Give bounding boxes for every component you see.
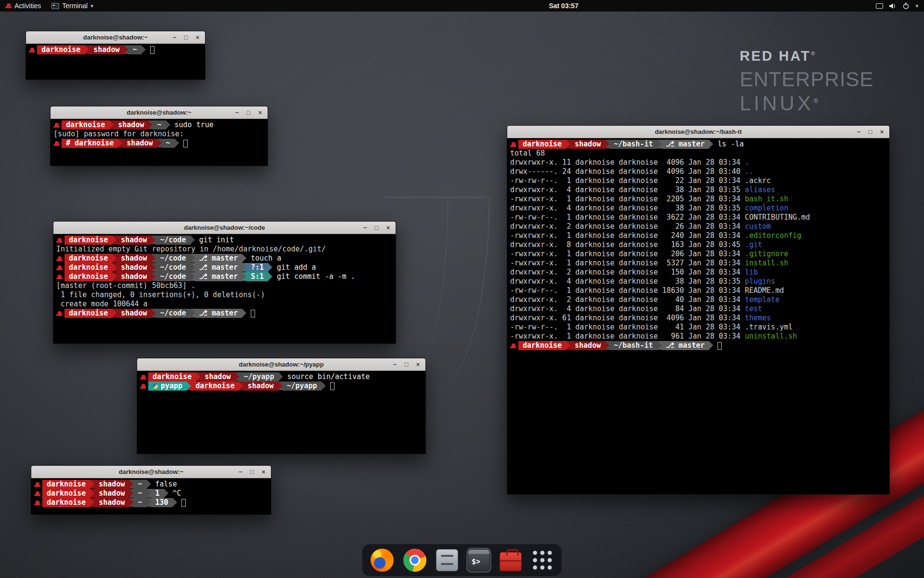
- terminal-text: bash_it.sh: [745, 195, 788, 204]
- prompt-segment: darknoise: [518, 140, 566, 149]
- maximize-button[interactable]: □: [866, 128, 874, 136]
- terminal-content[interactable]: darknoiseshadow~ sudo true[sudo] passwor…: [51, 119, 268, 166]
- window-title: darknoise@shadow:~: [31, 468, 271, 475]
- top-bar: Activities Terminal ▾ Sat 03:57 ▾: [0, 0, 924, 12]
- terminal-text: [master (root-commit) 50bcb63] .: [56, 281, 195, 290]
- close-button[interactable]: ×: [414, 360, 422, 368]
- terminal-line: -rwxrwxr-x. 1 darknoise darknoise 961 Ja…: [510, 332, 886, 341]
- window-titlebar[interactable]: darknoise@shadow:~ − □ ×: [51, 106, 268, 119]
- minimize-button[interactable]: −: [361, 223, 369, 232]
- window-titlebar[interactable]: darknoise@shadow:~/code − □ ×: [53, 222, 396, 234]
- prompt-segment: ~: [133, 498, 146, 507]
- maximize-button[interactable]: □: [372, 223, 381, 232]
- powerline-arrow: [112, 263, 116, 272]
- terminal-line: 1 file changed, 0 insertions(+), 0 delet…: [56, 290, 393, 300]
- top-bar-left: Activities Terminal ▾: [0, 0, 99, 12]
- chevron-down-icon: ▾: [915, 3, 918, 9]
- powerline-arrow: [235, 372, 239, 381]
- redhat-prompt-icon: [34, 480, 42, 489]
- window-title: darknoise@shadow:~/pyapp: [137, 361, 425, 368]
- dock-firefox[interactable]: [369, 547, 395, 573]
- powerline-arrow: [709, 140, 713, 148]
- prompt-segment: ~: [128, 45, 141, 54]
- terminal-text: -rwxrwxr-x. 1 darknoise darknoise 206 Ja…: [510, 250, 745, 259]
- minimize-button[interactable]: −: [170, 33, 179, 41]
- terminal-cursor: [150, 46, 154, 54]
- prompt-segment: shadow: [116, 236, 151, 245]
- close-button[interactable]: ×: [193, 33, 202, 41]
- window-titlebar[interactable]: darknoise@shadow:~/bash-it − □ ×: [507, 126, 889, 138]
- terminal-cursor: [330, 382, 334, 390]
- minimize-button[interactable]: −: [233, 108, 241, 117]
- powerline-arrow: [151, 309, 155, 317]
- close-button[interactable]: ×: [878, 128, 886, 136]
- python-icon: [153, 383, 158, 389]
- terminal-text: lib: [745, 268, 758, 277]
- dock-terminal[interactable]: $>: [466, 548, 491, 573]
- window-titlebar[interactable]: darknoise@shadow:~ − □ ×: [26, 31, 205, 44]
- terminal-content[interactable]: darknoiseshadow~/pyapp source bin/activa…: [137, 371, 425, 454]
- terminal-text: -rwxrwxr-x. 1 darknoise darknoise 240 Ja…: [510, 231, 745, 240]
- powerline-arrow: [124, 45, 128, 54]
- terminal-line: darknoiseshadow~: [29, 45, 202, 54]
- maximize-button[interactable]: □: [402, 360, 411, 368]
- close-button[interactable]: ×: [259, 468, 268, 476]
- minimize-button[interactable]: −: [391, 360, 399, 368]
- prompt-segment: shadow: [122, 139, 157, 148]
- dock-files[interactable]: [435, 548, 460, 573]
- prompt-segment: shadow: [94, 489, 129, 498]
- dock: $>: [362, 544, 562, 577]
- terminal-line: total 68: [510, 149, 886, 158]
- terminal-line: darknoiseshadow~/code⎇ master?:1 git add…: [56, 263, 393, 272]
- prompt-segment: 1: [151, 489, 164, 498]
- files-icon: [436, 549, 458, 571]
- dock-chrome[interactable]: [402, 547, 428, 573]
- redhat-prompt-icon: [53, 139, 62, 148]
- terminal-line: drwxrwxr-x. 8 darknoise darknoise 163 Ja…: [510, 240, 886, 250]
- terminal-line: pyappdarknoiseshadow~/pyapp: [140, 381, 423, 391]
- powerline-arrow: [191, 263, 195, 272]
- system-status-area[interactable]: ▾: [876, 0, 924, 12]
- powerline-arrow: [90, 480, 94, 488]
- terminal-text: .: [745, 158, 749, 167]
- terminal-content[interactable]: darknoiseshadow~/bash-it⎇ master ls -lat…: [507, 138, 889, 494]
- dock-app-grid[interactable]: [530, 548, 555, 573]
- window-titlebar[interactable]: darknoise@shadow:~ − □ ×: [31, 466, 271, 478]
- terminal-text: ls -la: [713, 140, 744, 149]
- minimize-button[interactable]: −: [236, 468, 244, 476]
- powerline-arrow: [166, 120, 170, 129]
- terminal-text: -rwxrwxr-x. 1 darknoise darknoise 5327 J…: [510, 259, 745, 268]
- window-controls: − □ ×: [233, 108, 268, 117]
- powerline-arrow: [109, 120, 114, 129]
- close-button[interactable]: ×: [256, 108, 264, 117]
- maximize-button[interactable]: □: [244, 108, 253, 117]
- redhat-prompt-icon: [34, 498, 42, 507]
- minimize-button[interactable]: −: [855, 128, 863, 136]
- powerline-arrow: [191, 272, 195, 281]
- activities-button[interactable]: Activities: [0, 0, 46, 12]
- powerline-arrow: [151, 236, 155, 244]
- terminal-text: git init: [195, 236, 234, 245]
- window-controls: − □ ×: [170, 33, 205, 41]
- terminal-content[interactable]: darknoiseshadow~ falsedarknoiseshadow~1 …: [31, 478, 271, 514]
- terminal-text: drwxrwxr-x. 11 darknoise darknoise 4096 …: [510, 158, 745, 167]
- terminal-content[interactable]: darknoiseshadow~/code git initInitialize…: [53, 234, 396, 343]
- terminal-window: darknoise@shadow:~/pyapp − □ × darknoise…: [137, 358, 426, 454]
- dock-toolbox[interactable]: [498, 548, 523, 573]
- prompt-segment: darknoise: [64, 254, 112, 263]
- maximize-button[interactable]: □: [248, 468, 256, 476]
- app-menu-terminal[interactable]: Terminal ▾: [46, 0, 98, 12]
- terminal-text: completion: [745, 204, 788, 213]
- terminal-window: darknoise@shadow:~/bash-it − □ × darknoi…: [507, 125, 890, 495]
- window-controls: − □ ×: [855, 128, 889, 136]
- powerline-arrow: [141, 45, 146, 54]
- clock[interactable]: Sat 03:57: [549, 2, 578, 10]
- powerline-arrow: [112, 272, 116, 281]
- prompt-segment: ⎇ master: [195, 263, 243, 272]
- terminal-line: -rw-rw-r--. 1 darknoise darknoise 41 Jan…: [510, 323, 886, 332]
- terminal-content[interactable]: darknoiseshadow~: [26, 44, 205, 79]
- prompt-segment: ⎇ master: [195, 272, 243, 281]
- close-button[interactable]: ×: [384, 223, 392, 232]
- window-titlebar[interactable]: darknoise@shadow:~/pyapp − □ ×: [137, 358, 425, 371]
- maximize-button[interactable]: □: [182, 33, 190, 41]
